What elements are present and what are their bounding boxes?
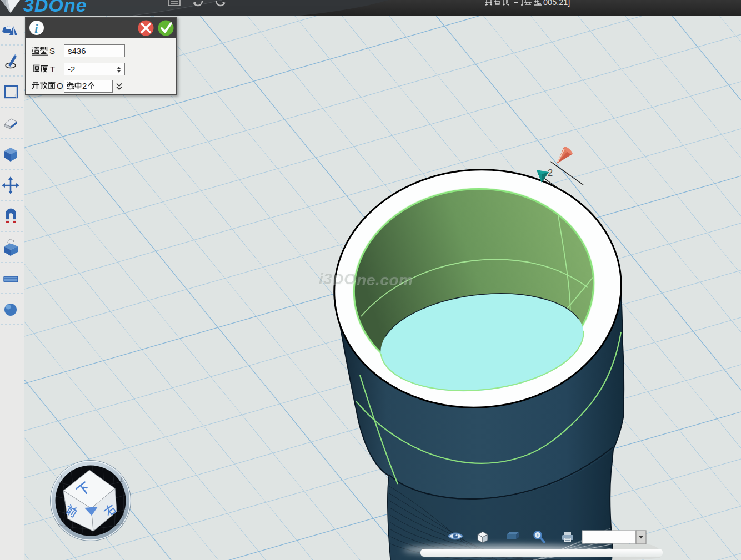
svg-text:T: T <box>50 64 55 73</box>
svg-text:2: 2 <box>548 168 553 178</box>
svg-text:i3DOne.com: i3DOne.com <box>319 270 412 287</box>
svg-text:S: S <box>49 46 55 56</box>
svg-text:O: O <box>57 81 63 90</box>
svg-text:2: 2 <box>82 82 87 90</box>
svg-text:005.21]: 005.21] <box>543 0 570 7</box>
svg-text:3DOne: 3DOne <box>23 0 87 16</box>
svg-text:i: i <box>34 21 38 36</box>
